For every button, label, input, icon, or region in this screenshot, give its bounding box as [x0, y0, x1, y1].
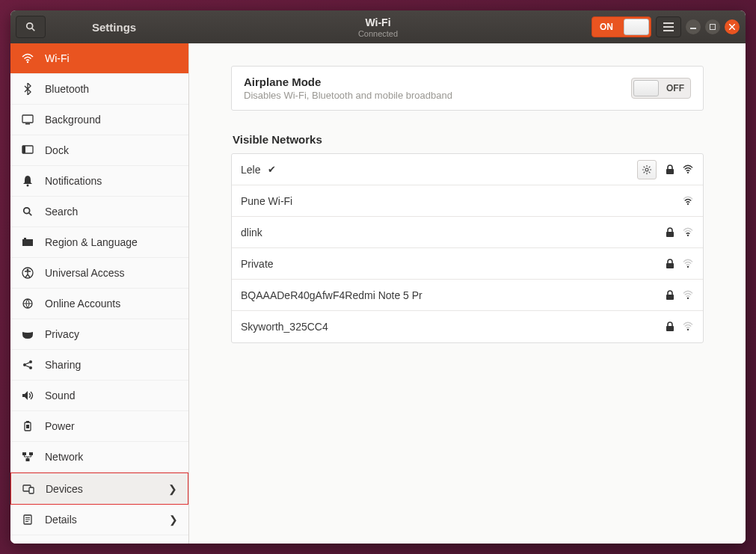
- lock-icon: [666, 259, 674, 269]
- sharing-icon: [21, 359, 34, 371]
- svg-point-9: [27, 61, 28, 63]
- network-name: Skyworth_325CC4: [241, 321, 328, 333]
- airplane-mode-card: Airplane Mode Disables Wi-Fi, Bluetooth …: [231, 66, 704, 111]
- sidebar-item-network[interactable]: Network: [10, 442, 188, 473]
- network-name: BQAAADeR40gAfwF4Redmi Note 5 Pr: [241, 289, 422, 301]
- privacy-icon: [21, 329, 34, 339]
- details-icon: [21, 514, 34, 525]
- sidebar-item-label: Wi-Fi: [45, 52, 70, 64]
- svg-rect-31: [29, 452, 33, 455]
- svg-rect-4: [663, 30, 674, 31]
- search-button[interactable]: [16, 16, 46, 38]
- sidebar-item-sharing[interactable]: Sharing: [10, 350, 188, 381]
- sidebar-item-devices[interactable]: Devices ❯: [10, 473, 188, 505]
- wifi-on-label: ON: [600, 22, 613, 32]
- network-settings-button[interactable]: [637, 160, 657, 179]
- maximize-button[interactable]: [705, 19, 720, 34]
- svg-rect-55: [666, 295, 674, 300]
- wifi-strength-icon: [682, 259, 694, 269]
- power-icon: [21, 420, 34, 432]
- sidebar-item-notifications[interactable]: Notifications: [10, 166, 188, 197]
- svg-rect-10: [22, 115, 33, 123]
- svg-point-49: [687, 171, 689, 173]
- sound-icon: [21, 390, 34, 401]
- svg-rect-3: [663, 26, 674, 28]
- sidebar-item-sound[interactable]: Sound: [10, 381, 188, 411]
- svg-point-39: [645, 168, 648, 171]
- close-icon: [729, 24, 735, 30]
- sidebar-item-wifi[interactable]: Wi-Fi: [10, 43, 188, 74]
- visible-networks-title: Visible Networks: [233, 133, 704, 146]
- sidebar-item-label: Privacy: [45, 328, 79, 340]
- sidebar-item-details[interactable]: Details ❯: [10, 505, 188, 535]
- svg-point-15: [24, 208, 30, 214]
- svg-rect-6: [710, 25, 716, 30]
- airplane-off-label: OFF: [666, 83, 684, 93]
- search-icon: [25, 22, 36, 32]
- online-accounts-icon: [21, 298, 34, 310]
- svg-rect-38: [25, 521, 28, 522]
- sidebar-item-bluetooth[interactable]: Bluetooth: [10, 74, 188, 105]
- svg-rect-28: [26, 421, 29, 422]
- hamburger-icon: [663, 22, 674, 31]
- network-name: dlink: [241, 227, 262, 238]
- sidebar-item-label: Online Accounts: [45, 298, 120, 310]
- bluetooth-icon: [21, 83, 34, 95]
- network-list: Lele✔ Pune Wi-Fi dlink Private: [231, 153, 704, 343]
- network-row[interactable]: Pune Wi-Fi: [232, 185, 703, 217]
- check-icon: ✔: [268, 164, 276, 175]
- lock-icon: [666, 290, 674, 301]
- svg-rect-51: [666, 232, 674, 237]
- lock-icon: [666, 227, 674, 238]
- svg-point-20: [27, 269, 29, 271]
- wifi-strength-icon: [682, 290, 694, 301]
- svg-rect-48: [666, 169, 674, 174]
- sidebar-item-label: Notifications: [45, 175, 102, 187]
- network-icon: [21, 452, 34, 462]
- network-row[interactable]: dlink: [232, 217, 703, 248]
- svg-rect-29: [26, 425, 29, 428]
- svg-point-54: [687, 265, 689, 267]
- minimize-button[interactable]: [686, 19, 701, 34]
- dock-icon: [21, 145, 34, 156]
- svg-rect-2: [663, 22, 674, 24]
- network-row[interactable]: Lele✔: [232, 154, 703, 185]
- network-row[interactable]: Skyworth_325CC4: [232, 311, 703, 342]
- sidebar-item-label: Region & Language: [45, 236, 138, 248]
- sidebar-item-search[interactable]: Search: [10, 197, 188, 227]
- sidebar-item-privacy[interactable]: Privacy: [10, 319, 188, 350]
- svg-point-0: [27, 23, 33, 29]
- page-subtitle: Connected: [358, 29, 398, 38]
- network-name: Lele: [241, 164, 260, 176]
- svg-line-46: [644, 171, 645, 173]
- svg-rect-30: [22, 452, 26, 455]
- svg-rect-53: [666, 263, 674, 268]
- sidebar-item-background[interactable]: Background: [10, 105, 188, 135]
- network-row[interactable]: BQAAADeR40gAfwF4Redmi Note 5 Pr: [232, 280, 703, 311]
- svg-point-52: [687, 234, 689, 236]
- sidebar-item-label: Network: [45, 451, 83, 463]
- menu-button[interactable]: [656, 16, 681, 37]
- network-row[interactable]: Private: [232, 248, 703, 280]
- page-header: Wi-Fi Connected: [358, 16, 398, 38]
- lock-icon: [666, 321, 674, 332]
- svg-rect-37: [25, 520, 30, 520]
- wifi-toggle[interactable]: ON: [591, 16, 651, 37]
- sidebar-item-power[interactable]: Power: [10, 411, 188, 442]
- sidebar-item-dock[interactable]: Dock: [10, 135, 188, 166]
- maximize-icon: [710, 24, 716, 30]
- airplane-title: Airplane Mode: [244, 76, 452, 88]
- sidebar-item-region[interactable]: Region & Language: [10, 227, 188, 258]
- page-title: Wi-Fi: [358, 16, 398, 28]
- svg-line-25: [26, 363, 30, 364]
- sidebar-item-label: Dock: [45, 144, 69, 156]
- sidebar-item-online-accounts[interactable]: Online Accounts: [10, 289, 188, 319]
- airplane-toggle[interactable]: OFF: [631, 78, 691, 99]
- toggle-knob: [624, 19, 649, 35]
- sidebar-item-universal-access[interactable]: Universal Access: [10, 258, 188, 289]
- svg-point-56: [687, 297, 689, 298]
- sidebar-item-label: Sharing: [45, 359, 81, 371]
- close-button[interactable]: [725, 19, 740, 34]
- minimize-icon: [690, 24, 696, 30]
- svg-rect-11: [25, 123, 30, 125]
